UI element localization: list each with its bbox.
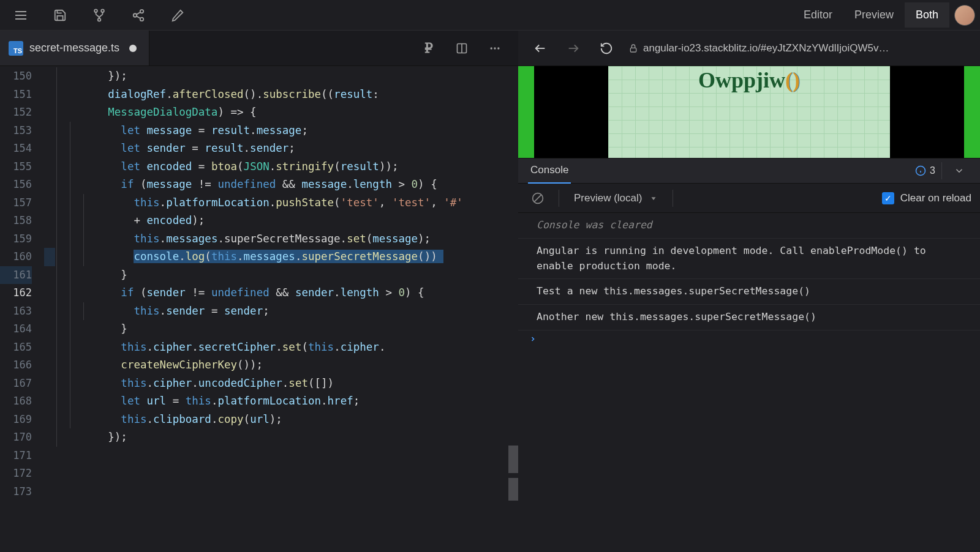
svg-point-3 xyxy=(94,9,97,12)
dropdown-icon xyxy=(649,194,658,203)
svg-point-6 xyxy=(140,9,144,13)
info-icon xyxy=(915,165,926,176)
forward-icon[interactable] xyxy=(562,37,584,59)
more-icon[interactable] xyxy=(484,37,506,59)
svg-point-14 xyxy=(494,47,496,49)
reload-icon[interactable] xyxy=(595,37,617,59)
svg-point-15 xyxy=(497,47,499,49)
preview-pane: Owppjiw() Console 3 xyxy=(518,66,980,552)
clear-on-reload-toggle[interactable]: ✓ Clear on reload xyxy=(882,192,971,204)
tab-editor[interactable]: Editor xyxy=(793,2,843,28)
menu-icon[interactable] xyxy=(10,4,32,26)
console-row: Angular is running in development mode. … xyxy=(518,239,980,280)
checkbox-icon: ✓ xyxy=(882,192,894,204)
back-icon[interactable] xyxy=(529,37,551,59)
avatar[interactable] xyxy=(954,5,975,26)
svg-point-8 xyxy=(140,17,144,20)
secondary-bar: TS secret-message.ts ₽ angular-io23.stac… xyxy=(0,31,980,66)
browser-bar: angular-io23.stackblitz.io/#eyJtZXNzYWdl… xyxy=(518,31,980,65)
save-icon[interactable] xyxy=(49,4,71,26)
lock-icon xyxy=(628,43,638,53)
preview-title: Owppjiw() xyxy=(698,67,800,158)
format-icon[interactable]: ₽ xyxy=(418,37,440,59)
share-icon[interactable] xyxy=(127,4,149,26)
url-bar[interactable]: angular-io23.stackblitz.io/#eyJtZXNzYWdl… xyxy=(628,42,969,54)
top-toolbar: Editor Preview Both xyxy=(0,0,980,31)
svg-line-9 xyxy=(137,16,140,18)
console-body[interactable]: Console was clearedAngular is running in… xyxy=(518,213,980,552)
console-row: Another new this.messages.superSecretMes… xyxy=(518,305,980,330)
tab-preview[interactable]: Preview xyxy=(843,2,905,28)
console-row: Test a new this.messages.superSecretMess… xyxy=(518,279,980,305)
tab-both[interactable]: Both xyxy=(905,2,949,28)
svg-point-13 xyxy=(491,47,492,49)
svg-point-5 xyxy=(98,18,101,21)
svg-line-10 xyxy=(137,12,140,14)
editor-pane[interactable]: 1501511521531541551561571581591601611621… xyxy=(0,66,518,552)
code-area[interactable]: }); dialogRef.afterClosed().subscribe((r… xyxy=(44,66,518,552)
file-tab-name: secret-message.ts xyxy=(29,42,119,54)
edit-icon[interactable] xyxy=(167,4,189,26)
info-badge[interactable]: 3 xyxy=(915,165,935,176)
svg-point-7 xyxy=(134,13,137,17)
editor-tabs: TS secret-message.ts ₽ xyxy=(0,31,518,65)
preview-viewport[interactable]: Owppjiw() xyxy=(518,66,980,158)
ts-badge-icon: TS xyxy=(9,41,23,56)
info-count: 3 xyxy=(930,165,935,176)
file-tab[interactable]: TS secret-message.ts xyxy=(0,31,149,65)
console-context-select[interactable]: Preview (local) xyxy=(569,190,663,207)
split-editor-icon[interactable] xyxy=(451,37,473,59)
chevron-down-icon[interactable] xyxy=(948,160,970,182)
dirty-indicator-icon xyxy=(129,45,137,52)
svg-point-4 xyxy=(101,9,104,12)
svg-marker-24 xyxy=(652,197,656,200)
console-tab[interactable]: Console xyxy=(528,158,571,184)
console-header: Console 3 xyxy=(518,158,980,184)
svg-line-23 xyxy=(534,195,541,202)
console-row: Console was cleared xyxy=(518,213,980,239)
console-prompt[interactable] xyxy=(518,330,980,348)
fork-icon[interactable] xyxy=(88,4,110,26)
clear-console-icon[interactable] xyxy=(527,187,549,209)
line-gutter: 1501511521531541551561571581591601611621… xyxy=(0,66,44,552)
svg-rect-18 xyxy=(630,48,636,52)
console-toolbar: Preview (local) ✓ Clear on reload xyxy=(518,184,980,213)
url-text: angular-io23.stackblitz.io/#eyJtZXNzYWdl… xyxy=(643,42,889,54)
